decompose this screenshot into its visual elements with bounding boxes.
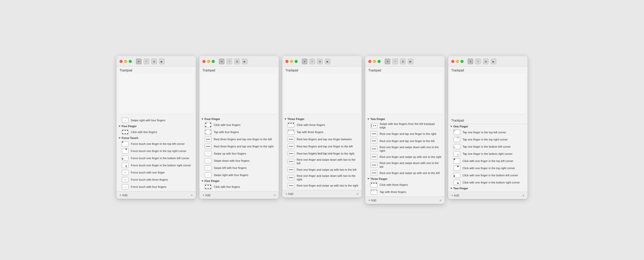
category-header[interactable]: Two Finger bbox=[448, 186, 528, 191]
maximize-button[interactable] bbox=[295, 60, 298, 63]
maximize-button[interactable] bbox=[378, 60, 381, 63]
gesture-item[interactable]: Rest one finger and swipe down with two … bbox=[282, 173, 362, 182]
gesture-item[interactable]: Swipe with two fingers from the left tra… bbox=[365, 121, 445, 130]
add-button[interactable]: + Add bbox=[202, 193, 210, 197]
tag-icon[interactable]: ⌗ bbox=[144, 59, 149, 64]
gesture-item[interactable]: Click with three fingers bbox=[365, 181, 445, 188]
add-button[interactable]: + Add bbox=[368, 199, 376, 202]
gesture-item[interactable]: Rest one finger and swipe down with two … bbox=[282, 157, 362, 166]
gesture-item[interactable]: Rest one finger and swipe up with one to… bbox=[365, 169, 445, 177]
add-button[interactable]: + Add bbox=[451, 194, 459, 197]
gesture-item[interactable]: Rest one finger and tap one finger to th… bbox=[365, 130, 445, 137]
grid-icon[interactable]: ⊞ bbox=[317, 59, 323, 64]
category-header[interactable]: Five Finger bbox=[116, 124, 196, 128]
play-icon[interactable]: ▶ bbox=[325, 59, 330, 64]
close-footer-button[interactable]: × bbox=[191, 193, 193, 197]
cursor-icon[interactable]: ✦ bbox=[302, 59, 307, 64]
tag-icon[interactable]: ⌗ bbox=[392, 59, 398, 64]
gesture-item[interactable]: Tap one finger in the top left corner bbox=[448, 129, 528, 136]
gesture-item[interactable]: Click with three fingers bbox=[282, 121, 362, 128]
gesture-item[interactable]: F Force touch with one finger bbox=[116, 169, 196, 176]
category-header[interactable]: Four Finger bbox=[199, 117, 279, 121]
gesture-item[interactable]: Click with one finger in the top right c… bbox=[448, 165, 528, 172]
add-button[interactable]: + Add bbox=[120, 193, 127, 197]
category-header[interactable]: Two Finger bbox=[365, 117, 445, 121]
gesture-item[interactable]: ↓ Swipe down with four fingers bbox=[199, 157, 279, 164]
gesture-item[interactable]: Rest one finger and tap one finger to th… bbox=[365, 137, 445, 145]
gesture-item[interactable]: Rest three fingers and tap one finger to… bbox=[199, 143, 279, 150]
gesture-item[interactable]: Tap one finger in the bottom right corne… bbox=[448, 150, 528, 157]
minimize-button[interactable] bbox=[290, 60, 293, 63]
close-footer-button[interactable]: × bbox=[357, 192, 359, 196]
close-button[interactable] bbox=[451, 60, 454, 63]
gesture-item[interactable]: Rest one finger and swipe up with two to… bbox=[282, 166, 362, 173]
gesture-item[interactable]: Click with four fingers bbox=[199, 121, 279, 128]
gesture-item[interactable]: Tap one finger in the bottom left corner bbox=[448, 143, 528, 150]
gesture-item[interactable]: Tap with three fingers bbox=[365, 188, 445, 196]
category-header[interactable]: Three Finger bbox=[365, 177, 445, 181]
cursor-icon[interactable]: ✦ bbox=[136, 59, 142, 64]
gesture-item[interactable]: Tap one finger in the top right corner bbox=[448, 136, 528, 143]
category-header[interactable]: Three Finger bbox=[282, 117, 362, 121]
category-header[interactable]: One Finger bbox=[448, 124, 528, 129]
gesture-item[interactable]: Click with one finger in the bottom righ… bbox=[448, 179, 528, 186]
close-footer-button[interactable]: × bbox=[274, 193, 276, 197]
gesture-item[interactable]: Rest two fingers and tap one finger to t… bbox=[282, 143, 362, 150]
close-footer-button[interactable]: × bbox=[439, 198, 442, 202]
grid-icon[interactable]: ⊞ bbox=[483, 59, 489, 64]
svg-point-79 bbox=[292, 161, 293, 162]
gesture-item[interactable]: Click with five fingers bbox=[199, 183, 279, 190]
minimize-button[interactable] bbox=[124, 60, 127, 63]
play-icon[interactable]: ▶ bbox=[159, 59, 165, 64]
gesture-item[interactable]: Rest two fingers and tap one finger betw… bbox=[282, 136, 362, 143]
tag-icon[interactable]: ⌗ bbox=[475, 59, 481, 64]
gesture-item[interactable]: Rest two fingers and tap one finger to t… bbox=[282, 150, 362, 157]
close-button[interactable] bbox=[368, 60, 371, 63]
gesture-item[interactable]: Force touch one finger in the bottom rig… bbox=[116, 162, 196, 169]
gesture-item[interactable]: Force touch one finger in the top right … bbox=[116, 147, 196, 155]
tag-icon[interactable]: ⌗ bbox=[227, 59, 232, 64]
cursor-icon[interactable]: ✦ bbox=[219, 59, 224, 64]
gesture-item[interactable]: Force touch one finger in the top left c… bbox=[116, 140, 196, 147]
grid-icon[interactable]: ⊞ bbox=[234, 59, 240, 64]
gesture-item[interactable]: → Swipe right with four fingers bbox=[199, 171, 279, 179]
gesture-item[interactable]: Rest one finger and swipe down with one … bbox=[365, 160, 445, 169]
maximize-button[interactable] bbox=[129, 60, 132, 63]
svg-rect-128 bbox=[454, 130, 460, 135]
gesture-item[interactable]: Tap with three fingers bbox=[282, 128, 362, 136]
panel-footer: + Add× bbox=[448, 192, 528, 199]
gesture-item[interactable]: ← Swipe left with four fingers bbox=[199, 164, 279, 171]
grid-icon[interactable]: ⊞ bbox=[151, 59, 157, 64]
close-button[interactable] bbox=[285, 60, 288, 63]
close-button[interactable] bbox=[202, 60, 206, 63]
maximize-button[interactable] bbox=[212, 60, 215, 63]
add-button[interactable]: + Add bbox=[285, 192, 293, 196]
category-header[interactable]: Five Finger bbox=[199, 179, 279, 183]
gesture-item[interactable]: Click with five fingers bbox=[116, 128, 196, 136]
category-header[interactable]: Force Touch bbox=[116, 136, 196, 140]
gesture-item[interactable]: ↑ Swipe up with four fingers bbox=[199, 150, 279, 157]
play-icon[interactable]: ▶ bbox=[491, 59, 496, 64]
gesture-item[interactable]: Rest one finger and swipe up with one to… bbox=[365, 153, 445, 160]
tag-icon[interactable]: ⌗ bbox=[309, 59, 315, 64]
play-icon[interactable]: ▶ bbox=[408, 59, 413, 64]
close-button[interactable] bbox=[120, 60, 123, 63]
cursor-icon[interactable]: ✦ bbox=[468, 59, 473, 64]
gesture-item[interactable]: F F F F Force touch with four fingers bbox=[116, 183, 196, 190]
minimize-button[interactable] bbox=[207, 60, 210, 63]
maximize-button[interactable] bbox=[460, 60, 464, 63]
close-footer-button[interactable]: × bbox=[522, 193, 524, 198]
gesture-item[interactable]: Rest one finger and swipe down with one … bbox=[365, 145, 445, 154]
gesture-item[interactable]: Click with one finger in the top left co… bbox=[448, 157, 528, 165]
grid-icon[interactable]: ⊞ bbox=[400, 59, 406, 64]
cursor-icon[interactable]: ✦ bbox=[385, 59, 390, 64]
minimize-button[interactable] bbox=[373, 60, 376, 63]
minimize-button[interactable] bbox=[456, 60, 459, 63]
gesture-item[interactable]: Rest one finger and swipe up with two to… bbox=[282, 182, 362, 189]
play-icon[interactable]: ▶ bbox=[242, 59, 248, 64]
gesture-item[interactable]: Tap with four fingers bbox=[199, 128, 279, 136]
gesture-item[interactable]: Click with one finger in the bottom left… bbox=[448, 172, 528, 179]
gesture-item[interactable]: Rest three fingers and tap one finger to… bbox=[199, 136, 279, 143]
gesture-item[interactable]: F F F Force touch with three fingers bbox=[116, 176, 196, 183]
gesture-item[interactable]: Force touch one finger in the bottom lef… bbox=[116, 155, 196, 162]
